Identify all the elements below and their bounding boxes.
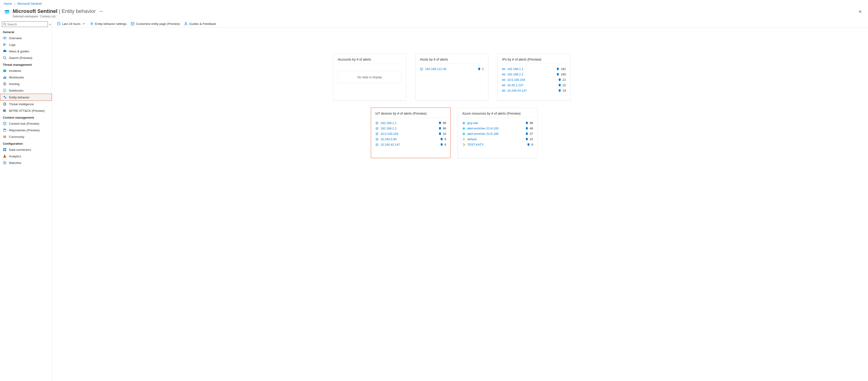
iot-device-count: 8 xyxy=(444,143,446,146)
ip-count: 160 xyxy=(561,72,566,76)
sidebar-item-label: Watchlist xyxy=(9,161,21,165)
iot-device-row: 10.240.43.1478 xyxy=(375,142,446,147)
community-icon xyxy=(3,135,7,139)
sidebar-item-label: Notebooks xyxy=(9,89,24,92)
ip-row: 10.240.43.14719 xyxy=(502,88,566,93)
sidebar-item-notebooks[interactable]: Notebooks xyxy=(0,87,52,94)
layout-icon xyxy=(131,22,134,26)
azure-resource-icon xyxy=(462,143,465,146)
entity-settings-button[interactable]: Entity behavior settings xyxy=(90,22,126,26)
sidebar-item-overview[interactable]: Overview xyxy=(0,35,52,41)
shield-icon xyxy=(525,132,528,135)
sidebar-item-content-hub-preview[interactable]: Content hub (Preview) xyxy=(0,120,52,127)
sidebar-item-label: Search (Preview) xyxy=(9,56,32,60)
sidebar-item-data-connectors[interactable]: Data connectors xyxy=(0,146,52,153)
breadcrumb-product[interactable]: Microsoft Sentinel xyxy=(18,2,41,5)
azure-resource-name[interactable]: TEST-KATY xyxy=(467,143,484,146)
close-button[interactable]: ✕ xyxy=(856,8,864,15)
ip-row: 192.168.2.2160 xyxy=(502,71,566,77)
iot-device-count: 10 xyxy=(443,132,446,136)
sidebar-item-label: Community xyxy=(9,135,24,139)
iot-device-row: 192.168.2.296 xyxy=(375,126,446,131)
ip-name[interactable]: 10.35.1.237 xyxy=(507,83,523,87)
azure-resource-count: 49 xyxy=(530,127,533,130)
azure-resource-name[interactable]: default xyxy=(467,138,476,141)
sidebar-item-search-preview[interactable]: Search (Preview) xyxy=(0,55,52,61)
sidebar-item-mitre-att-ck-preview[interactable]: MITRE ATT&CK (Preview) xyxy=(0,107,52,114)
globe-icon xyxy=(3,102,7,106)
ip-name[interactable]: 10.0.100.104 xyxy=(507,78,525,82)
sidebar-item-label: MITRE ATT&CK (Preview) xyxy=(9,109,44,113)
ip-count: 19 xyxy=(563,89,566,92)
sidebar-item-label: Overview xyxy=(9,36,22,40)
more-button[interactable]: ··· xyxy=(97,9,105,14)
timerange-label: Last 24 hours xyxy=(62,22,81,26)
sidebar-item-incidents[interactable]: Incidents xyxy=(0,67,52,74)
azure-resource-icon xyxy=(462,127,465,130)
sidebar-item-entity-behavior[interactable]: Entity behavior xyxy=(0,94,52,101)
notebook-icon xyxy=(3,89,7,92)
sidebar-group-header: General xyxy=(0,28,52,35)
sidebar-group-header: Configuration xyxy=(0,140,52,146)
search-icon xyxy=(3,56,7,60)
watch-icon xyxy=(3,161,7,165)
sidebar-item-logs[interactable]: Logs xyxy=(0,41,52,48)
page-title: Microsoft Sentinel | Entity behavior ··· xyxy=(13,8,856,14)
title-sep: | xyxy=(59,8,60,14)
iot-device-name[interactable]: 192.168.2.2 xyxy=(380,127,397,130)
timerange-picker[interactable]: Last 24 hours xyxy=(57,22,86,26)
azure-resource-row: alert-enricher-22-6-19349 xyxy=(462,126,533,131)
guides-feedback-button[interactable]: Guides & Feedback xyxy=(184,22,216,26)
ip-icon xyxy=(502,78,505,82)
page-header: Microsoft Sentinel | Entity behavior ···… xyxy=(0,7,868,20)
sidebar-item-workbooks[interactable]: Workbooks xyxy=(0,74,52,81)
sidebar-item-analytics[interactable]: Analytics xyxy=(0,153,52,159)
azure-resource-name[interactable]: guy-site xyxy=(467,121,478,125)
sidebar-collapse-button[interactable]: « xyxy=(49,23,51,26)
ip-name[interactable]: 192.168.2.2 xyxy=(507,72,523,76)
iot-card: IoT devices by # of alerts (Preview) 192… xyxy=(371,108,451,158)
shield-icon xyxy=(525,138,528,141)
ip-icon xyxy=(502,67,505,71)
iot-device-name[interactable]: 10.240.43.147 xyxy=(380,143,400,146)
azure-resource-icon xyxy=(462,132,465,136)
ip-icon xyxy=(502,89,505,92)
sidebar-search[interactable] xyxy=(2,21,48,27)
breadcrumb-home[interactable]: Home xyxy=(4,2,12,5)
customize-page-button[interactable]: Customize entity page (Preview) xyxy=(131,22,180,26)
host-name[interactable]: 192.168.112.30 xyxy=(425,67,446,71)
ip-name[interactable]: 192.168.1.1 xyxy=(507,67,523,71)
azure-resource-name[interactable]: alert-enricher-22-6-188 xyxy=(467,132,499,136)
entity-icon xyxy=(3,95,7,99)
azure-resource-name[interactable]: alert-enricher-22-6-193 xyxy=(467,127,499,130)
iot-device-name[interactable]: 10.240.5.95 xyxy=(380,138,397,141)
search-input[interactable] xyxy=(7,23,48,26)
ip-row: 10.35.1.23722 xyxy=(502,83,566,88)
iot-device-name[interactable]: 10.0.100.104 xyxy=(380,132,398,136)
flask-icon xyxy=(3,154,7,158)
ip-name[interactable]: 10.240.43.147 xyxy=(507,89,527,92)
sidebar-item-threat-intelligence[interactable]: Threat intelligence xyxy=(0,101,52,107)
iot-device-name[interactable]: 192.168.1.1 xyxy=(380,121,397,125)
iot-device-count: 96 xyxy=(443,127,446,130)
sidebar-item-repositories-preview[interactable]: Repositories (Preview) xyxy=(0,127,52,134)
sidebar-item-community[interactable]: Community xyxy=(0,134,52,140)
iot-device-icon xyxy=(375,121,379,125)
azure-resource-row: alert-enricher-22-6-18837 xyxy=(462,131,533,137)
sidebar-item-hunting[interactable]: Hunting xyxy=(0,81,52,87)
breadcrumb: Home › Microsoft Sentinel xyxy=(0,0,868,7)
shield-icon xyxy=(527,143,530,146)
gear-icon xyxy=(90,22,94,26)
sidebar-group-header: Threat management xyxy=(0,61,52,67)
sidebar-item-news-guides[interactable]: News & guides xyxy=(0,48,52,55)
shield-icon xyxy=(478,67,481,70)
iot-device-icon xyxy=(375,127,379,130)
sidebar-item-watchlist[interactable]: Watchlist xyxy=(0,159,52,166)
target-icon xyxy=(3,82,7,86)
iot-device-icon xyxy=(375,132,379,136)
chevron-down-icon xyxy=(82,22,86,26)
sidebar-item-label: Threat intelligence xyxy=(9,102,34,106)
azure-resource-count: 96 xyxy=(530,121,533,125)
sidebar-item-label: Content hub (Preview) xyxy=(9,122,39,125)
host-count: 1 xyxy=(482,67,484,71)
